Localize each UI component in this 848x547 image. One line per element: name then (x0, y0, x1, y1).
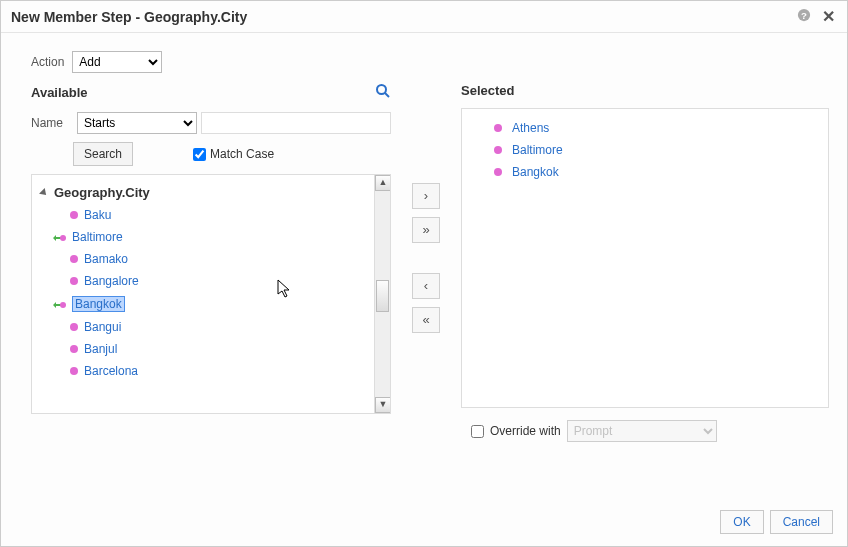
bullet-icon (494, 124, 502, 132)
search-icon[interactable] (375, 83, 391, 102)
moved-icon (52, 232, 66, 242)
dialog-footer: OK Cancel (720, 510, 833, 534)
action-label: Action (31, 55, 64, 69)
svg-point-5 (60, 302, 66, 308)
search-row: Search Match Case (31, 142, 391, 166)
scroll-up-button[interactable]: ▲ (375, 175, 391, 191)
selected-list: AthensBaltimoreBangkok (461, 108, 829, 408)
available-tree: Geography.City BakuBaltimoreBamakoBangal… (31, 174, 391, 414)
selected-panel: Selected AthensBaltimoreBangkok Override… (461, 83, 829, 442)
scroll-thumb[interactable] (376, 280, 389, 312)
help-icon[interactable]: ? (795, 8, 813, 26)
match-case-row[interactable]: Match Case (193, 147, 274, 161)
available-panel: Available Name Starts Search (31, 83, 391, 442)
svg-point-4 (60, 235, 66, 241)
available-header-row: Available (31, 83, 391, 102)
tree-item-label[interactable]: Bamako (84, 252, 128, 266)
override-row: Override with Prompt (461, 420, 829, 442)
name-filter-input[interactable] (201, 112, 391, 134)
tree-root-label: Geography.City (54, 185, 150, 200)
bullet-icon (494, 146, 502, 154)
name-label: Name (31, 116, 69, 130)
selected-item-label[interactable]: Athens (512, 121, 549, 135)
svg-line-3 (385, 93, 389, 97)
scrollbar[interactable]: ▲ ▼ (374, 175, 390, 413)
move-right-button[interactable]: › (412, 183, 440, 209)
bullet-icon (70, 367, 78, 375)
close-icon[interactable]: ✕ (819, 8, 837, 26)
svg-text:?: ? (801, 9, 807, 20)
selected-item-label[interactable]: Baltimore (512, 143, 563, 157)
bullet-icon (70, 323, 78, 331)
transfer-panel: › » ‹ « (391, 83, 461, 442)
svg-point-2 (377, 85, 386, 94)
selected-item[interactable]: Bangkok (466, 161, 824, 183)
tree-item-label[interactable]: Bangui (84, 320, 121, 334)
selected-item[interactable]: Athens (466, 117, 824, 139)
selected-item-label[interactable]: Bangkok (512, 165, 559, 179)
tree-item-label[interactable]: Barcelona (84, 364, 138, 378)
dialog: New Member Step - Geography.City ? ✕ Act… (0, 0, 848, 547)
tree-item[interactable]: Bamako (34, 248, 372, 270)
match-case-label: Match Case (210, 147, 274, 161)
tree-item[interactable]: Baltimore (34, 226, 372, 248)
tree-item-label[interactable]: Banjul (84, 342, 117, 356)
override-checkbox[interactable] (471, 425, 484, 438)
search-button[interactable]: Search (73, 142, 133, 166)
tree-item-label[interactable]: Baltimore (72, 230, 123, 244)
name-filter-row: Name Starts (31, 112, 391, 134)
titlebar: New Member Step - Geography.City ? ✕ (1, 1, 847, 33)
cancel-button[interactable]: Cancel (770, 510, 833, 534)
tree-item[interactable]: Banjul (34, 338, 372, 360)
dialog-title: New Member Step - Geography.City (11, 9, 789, 25)
override-select: Prompt (567, 420, 717, 442)
tree-root[interactable]: Geography.City (34, 181, 372, 204)
tree-item[interactable]: Bangui (34, 316, 372, 338)
bullet-icon (70, 211, 78, 219)
expand-icon[interactable] (39, 188, 49, 198)
available-header: Available (31, 85, 88, 100)
bullet-icon (70, 277, 78, 285)
scroll-down-button[interactable]: ▼ (375, 397, 391, 413)
tree-item[interactable]: Bangalore (34, 270, 372, 292)
bullet-icon (70, 255, 78, 263)
selected-header: Selected (461, 83, 829, 98)
moved-icon (52, 299, 66, 309)
name-filter-select[interactable]: Starts (77, 112, 197, 134)
bullet-icon (494, 168, 502, 176)
move-left-button[interactable]: ‹ (412, 273, 440, 299)
bullet-icon (70, 345, 78, 353)
tree-item-label[interactable]: Bangalore (84, 274, 139, 288)
move-all-left-button[interactable]: « (412, 307, 440, 333)
tree-item[interactable]: Baku (34, 204, 372, 226)
move-all-right-button[interactable]: » (412, 217, 440, 243)
action-row: Action Add (31, 51, 829, 73)
tree-item[interactable]: Barcelona (34, 360, 372, 382)
action-select[interactable]: Add (72, 51, 162, 73)
tree-item[interactable]: Bangkok (34, 292, 372, 316)
tree-item-label[interactable]: Baku (84, 208, 111, 222)
selected-item[interactable]: Baltimore (466, 139, 824, 161)
override-label: Override with (490, 424, 561, 438)
ok-button[interactable]: OK (720, 510, 763, 534)
tree-item-label[interactable]: Bangkok (72, 296, 125, 312)
match-case-checkbox[interactable] (193, 148, 206, 161)
